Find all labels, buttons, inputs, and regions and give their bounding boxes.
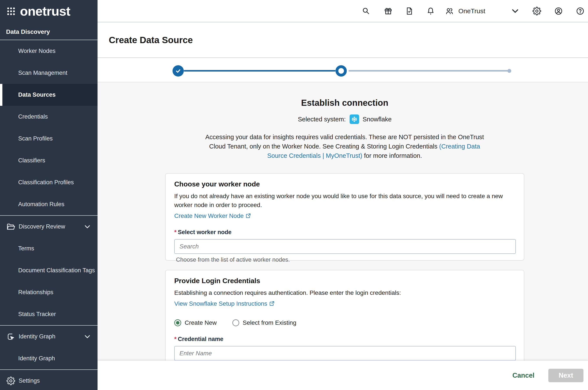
credential-mode-radio-group: Create New Select from Existing [174, 319, 515, 326]
external-link-icon [245, 213, 251, 219]
sidebar-item-terms[interactable]: Terms [0, 238, 97, 259]
sidebar-item-document-classification-tags[interactable]: Document Classification Tags [0, 259, 97, 281]
card-body-text: If you do not already have an existing w… [174, 192, 515, 209]
wizard-stepper [97, 58, 588, 82]
account-icon[interactable] [554, 7, 563, 15]
field-label-text: Credential name [178, 336, 224, 342]
sidebar-group-label: Identity Graph [19, 333, 84, 340]
folder-open-icon [6, 222, 15, 231]
snowflake-icon [350, 114, 359, 124]
field-label-select-worker-node: *Select worker node [174, 229, 515, 236]
document-check-icon[interactable] [405, 7, 414, 15]
link-text: Create New Worker Node [174, 212, 244, 219]
card-title: Choose your worker node [174, 180, 515, 188]
sidebar: onetrust Data Discovery Worker Nodes Sca… [0, 0, 97, 390]
radio-create-new[interactable]: Create New [174, 319, 217, 326]
required-asterisk: * [174, 229, 177, 236]
bell-icon[interactable] [426, 7, 435, 15]
card-body-text: Establishing a connection requires authe… [174, 288, 515, 297]
radio-selected-icon [174, 319, 181, 326]
sidebar-item-scan-management[interactable]: Scan Management [0, 62, 97, 84]
required-asterisk: * [174, 336, 177, 342]
step-2-current-icon[interactable] [335, 65, 347, 77]
app-window: onetrust Data Discovery Worker Nodes Sca… [0, 0, 588, 390]
sidebar-item-automation-rules[interactable]: Automation Rules [0, 193, 97, 215]
create-new-worker-node-link[interactable]: Create New Worker Node [174, 212, 251, 219]
users-icon[interactable] [445, 7, 454, 15]
onetrust-logo: onetrust [20, 5, 70, 18]
credential-name-input[interactable] [174, 346, 516, 360]
radio-label: Select from Existing [243, 319, 296, 326]
gear-icon [6, 377, 15, 385]
selected-system-label: Selected system: [298, 116, 346, 123]
gear-icon[interactable] [533, 7, 541, 15]
worker-node-search-input[interactable] [174, 239, 516, 254]
external-link-icon [269, 300, 275, 306]
wizard-footer: Cancel Next [97, 360, 588, 390]
search-icon[interactable] [362, 7, 370, 15]
page-title: Create Data Source [109, 35, 193, 45]
field-helper-text: Choose from the list of active worker no… [174, 256, 515, 263]
link-text: View Snowflake Setup Instructions [174, 300, 267, 307]
sidebar-item-data-sources[interactable]: Data Sources [0, 84, 97, 106]
next-button[interactable]: Next [548, 369, 584, 382]
login-credentials-card: Provide Login Credentials Establishing a… [165, 270, 524, 360]
sidebar-item-settings[interactable]: Settings [0, 370, 97, 390]
topbar: OneTrust [97, 0, 588, 22]
page-header: Create Data Source [97, 23, 588, 58]
sidebar-group-discovery-review[interactable]: Discovery Review [0, 216, 97, 238]
field-label-text: Select worker node [178, 229, 232, 236]
logo-row[interactable]: onetrust [0, 0, 97, 22]
selected-system-name: Snowflake [362, 116, 392, 123]
grid-dots-icon [6, 6, 16, 16]
worker-node-card: Choose your worker node If you do not al… [165, 173, 524, 261]
stepper-line-upcoming [349, 70, 508, 72]
main-content: Establish connection Selected system: Sn… [97, 83, 588, 360]
stepper-line-complete [184, 70, 335, 72]
section-heading: Establish connection [165, 98, 524, 108]
chevron-down-icon[interactable] [84, 223, 91, 231]
sidebar-item-classification-profiles[interactable]: Classification Profiles [0, 171, 97, 193]
sidebar-item-identity-graph[interactable]: Identity Graph [0, 347, 97, 369]
cursor-click-icon [6, 332, 15, 341]
sidebar-item-worker-nodes[interactable]: Worker Nodes [0, 40, 97, 62]
sidebar-item-credentials[interactable]: Credentials [0, 106, 97, 128]
tenant-name[interactable]: OneTrust [458, 7, 485, 15]
sidebar-group-identity-graph[interactable]: Identity Graph [0, 326, 97, 347]
sidebar-item-scan-profiles[interactable]: Scan Profiles [0, 128, 97, 149]
radio-unselected-icon [232, 319, 239, 326]
sidebar-item-label: Settings [19, 377, 91, 384]
intro-paragraph: Accessing your data for insights require… [200, 133, 489, 160]
help-icon[interactable] [576, 7, 585, 15]
chevron-down-icon[interactable] [511, 7, 520, 15]
sidebar-item-relationships[interactable]: Relationships [0, 281, 97, 303]
step-1-complete-icon[interactable] [173, 65, 184, 77]
sidebar-group-label: Discovery Review [19, 223, 84, 230]
intro-text: for more information. [362, 152, 422, 159]
snowflake-setup-instructions-link[interactable]: View Snowflake Setup Instructions [174, 300, 275, 307]
sidebar-item-status-tracker[interactable]: Status Tracker [0, 303, 97, 325]
radio-label: Create New [185, 319, 217, 326]
cancel-button[interactable]: Cancel [511, 371, 536, 380]
card-title: Provide Login Credentials [174, 277, 515, 285]
gift-icon[interactable] [384, 7, 393, 15]
sidebar-item-classifiers[interactable]: Classifiers [0, 149, 97, 171]
selected-system-row: Selected system: Snowflake [165, 114, 524, 124]
sidebar-section-title: Data Discovery [0, 22, 97, 40]
radio-select-from-existing[interactable]: Select from Existing [232, 319, 296, 326]
chevron-down-icon[interactable] [84, 333, 91, 340]
field-label-credential-name: *Credential name [174, 336, 515, 342]
step-3-upcoming-icon[interactable] [507, 69, 511, 73]
